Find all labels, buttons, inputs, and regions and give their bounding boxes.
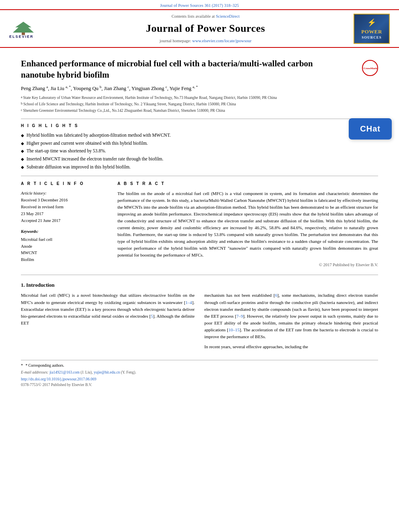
intro-right-text-2: In recent years, several effective appro… (204, 343, 378, 350)
sciencedirect-line: Contents lists available at ScienceDirec… (171, 13, 239, 19)
keyword-1: Microbial fuel cell (21, 236, 109, 243)
article-info-label: A R T I C L E I N F O (21, 181, 109, 187)
intro-right-col: mechanism has not been established [6], … (204, 292, 378, 350)
received-date: Received 3 December 2016 (21, 197, 109, 204)
homepage-url[interactable]: www.elsevier.com/locate/jpowsour (192, 39, 251, 43)
abstract-col: A B S T R A C T The biofilm on the anode… (117, 181, 378, 268)
accepted-date: Accepted 21 June 2017 (21, 218, 109, 224)
sciencedirect-link[interactable]: ScienceDirect (216, 14, 240, 18)
svg-text:ELSEVIER: ELSEVIER (9, 35, 34, 39)
doi-link[interactable]: http://dx.doi.org/10.1016/j.jpowsour.201… (21, 377, 378, 382)
divider-3 (21, 275, 378, 275)
authors-line: Peng Zhang a, Jia Liu a, *, Youpeng Qu b… (21, 84, 378, 92)
lightning-icon: ⚡ (367, 17, 376, 28)
article-info-col: A R T I C L E I N F O Article history: R… (21, 181, 109, 268)
elsevier-logo-area: ELSEVIER (7, 13, 60, 44)
highlights-section: H I G H L I G H T S ◆ Hybrid biofilm was… (21, 123, 378, 170)
article-title-section: Enhanced performance of microbial fuel c… (21, 55, 378, 80)
abstract-label: A B S T R A C T (117, 181, 378, 187)
introduction-section: 1. Introduction Microbial fuel cell (MFC… (21, 281, 378, 350)
revised-date: Received in revised form23 May 2017 (21, 204, 109, 218)
intro-left-col: Microbial fuel cell (MFC) is a novel bio… (21, 292, 195, 350)
highlight-item-2: ◆ Higher power and current were obtained… (21, 140, 378, 147)
divider-1 (21, 119, 378, 119)
affiliation-a: a State Key Laboratory of Urban Water Re… (21, 95, 378, 101)
highlight-item-4: ◆ Inserted MWCNT increased the electron … (21, 156, 378, 162)
email-jia[interactable]: jia14921@163.com (49, 370, 80, 374)
intro-right-text: mechanism has not been established [6], … (204, 292, 378, 340)
journal-citation: Journal of Power Sources 361 (2017) 318–… (0, 0, 399, 9)
corresponding-note: * * Corresponding authors. (21, 363, 378, 369)
email-yujie[interactable]: yujie@hit.edu.cn (94, 370, 120, 374)
journal-homepage: journal homepage: www.elsevier.com/locat… (160, 38, 252, 44)
divider-2 (21, 176, 378, 176)
intro-heading: 1. Introduction (21, 281, 378, 289)
journal-header-center: Contents lists available at ScienceDirec… (60, 13, 352, 44)
journal-badge-area: ⚡ POWER SOURCES (352, 13, 392, 44)
elsevier-tree-icon: ELSEVIER (7, 18, 39, 39)
bullet-icon-4: ◆ (21, 156, 24, 162)
bullet-icon-5: ◆ (21, 164, 24, 170)
abstract-text: The biofilm on the anode of a microbial … (117, 190, 378, 259)
affiliations: a State Key Laboratory of Urban Water Re… (21, 95, 378, 114)
affiliation-c: c Shenzhen Greenster Environmental Techn… (21, 108, 378, 113)
chat-button[interactable]: CHat (349, 118, 392, 140)
intro-left-text: Microbial fuel cell (MFC) is a novel bio… (21, 292, 195, 326)
issn-line: 0378-7753/© 2017 Published by Elsevier B… (21, 382, 378, 388)
highlight-item-3: ◆ The start-up time was shortened by 53.… (21, 148, 378, 154)
power-sources-badge: ⚡ POWER SOURCES (354, 14, 390, 44)
bullet-icon-3: ◆ (21, 148, 24, 154)
bullet-icon-2: ◆ (21, 141, 24, 147)
highlight-item-5: ◆ Substrate diffusion was improved in th… (21, 164, 378, 170)
intro-two-col: Microbial fuel cell (MFC) is a novel bio… (21, 292, 378, 350)
article-title: Enhanced performance of microbial fuel c… (21, 58, 335, 80)
main-content: Enhanced performance of microbial fuel c… (0, 48, 399, 395)
keyword-2: Anode (21, 243, 109, 250)
crossmark-badge: CrossMark (362, 60, 378, 76)
footer-section: * * Corresponding authors. E-mail addres… (21, 360, 378, 388)
highlight-item-1: ◆ Hybrid biofilm was fabricated by adsor… (21, 132, 378, 139)
affiliation-b: b School of Life Science and Technology,… (21, 101, 378, 107)
keywords-label: Keywords: (21, 229, 109, 235)
journal-header: ELSEVIER Contents lists available at Sci… (0, 9, 399, 48)
keyword-4: Biofilm (21, 257, 109, 263)
journal-title: Journal of Power Sources (146, 21, 265, 36)
bullet-icon-1: ◆ (21, 133, 24, 139)
keywords-section: Keywords: Microbial fuel cell Anode MWCN… (21, 229, 109, 263)
email-addresses: E-mail addresses: jia14921@163.com (J. L… (21, 370, 378, 376)
history-label: Article history: (21, 190, 109, 196)
keyword-3: MWCNT (21, 250, 109, 257)
copyright-line: © 2017 Published by Elsevier B.V. (117, 262, 378, 268)
article-info-abstract: A R T I C L E I N F O Article history: R… (21, 181, 378, 268)
highlights-label: H I G H L I G H T S (21, 123, 378, 129)
